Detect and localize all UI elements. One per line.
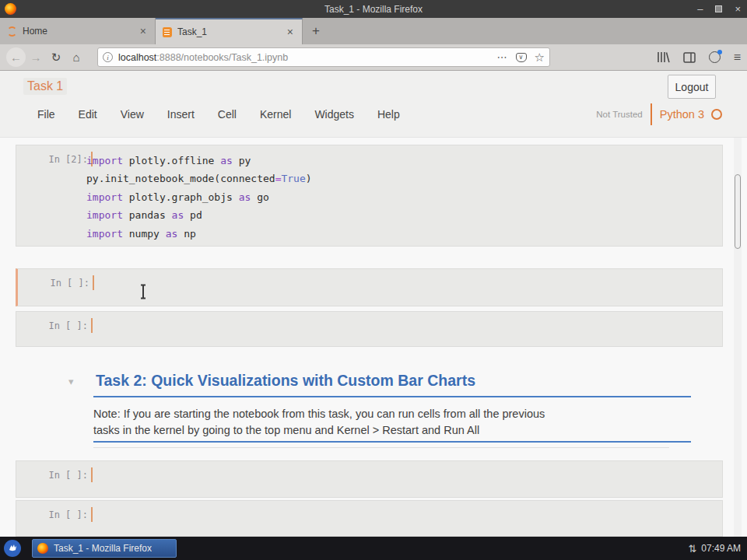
url-text[interactable]: localhost:8888/notebooks/Task_1.ipynb (118, 52, 497, 63)
minimize-icon[interactable]: – (697, 4, 703, 14)
menu-item-help[interactable]: Help (377, 108, 400, 121)
note-line: tasks in the kernel by going to the top … (93, 422, 545, 439)
clock[interactable]: 07:49 AM (701, 543, 741, 554)
input-caret (91, 507, 93, 522)
url-host: localhost (118, 52, 156, 63)
tab-close-icon[interactable]: × (286, 26, 295, 38)
menu-item-cell[interactable]: Cell (218, 108, 237, 121)
new-tab-button[interactable]: + (303, 18, 329, 44)
browser-tab-bar: Home × Task_1 × + (0, 18, 747, 44)
code-line: import pandas as pd (86, 206, 716, 224)
tab-task1[interactable]: Task_1 × (156, 18, 303, 44)
jupyter-header: Task 1 Logout FileEditViewInsertCellKern… (0, 71, 747, 138)
trust-status: Not Trusted (596, 110, 642, 119)
text-cursor-pointer (139, 284, 148, 299)
menu-item-view[interactable]: View (121, 108, 144, 121)
reload-icon[interactable]: ↻ (46, 47, 66, 68)
url-path: :8888/notebooks/Task_1.ipynb (156, 52, 288, 63)
empty-code-cell[interactable]: In [ ]: (16, 460, 723, 498)
url-bar[interactable]: i localhost:8888/notebooks/Task_1.ipynb … (97, 47, 550, 67)
tab-close-icon[interactable]: × (139, 25, 148, 37)
code-cell-imports[interactable]: In [2]: import plotly.offline as pypy.in… (16, 145, 723, 247)
cell-prompt: In [2]: (16, 154, 88, 165)
taskbar-window-button[interactable]: Task_1 - Mozilla Firefox (32, 539, 177, 558)
menu-item-edit[interactable]: Edit (79, 108, 97, 121)
pocket-icon[interactable]: ∨ (516, 53, 527, 62)
menu-item-widgets[interactable]: Widgets (314, 108, 354, 121)
input-caret (93, 275, 94, 290)
bookmark-star-icon[interactable]: ☆ (535, 51, 545, 65)
scrollbar-thumb[interactable] (735, 174, 741, 249)
desktop-taskbar: Task_1 - Mozilla Firefox ⇅ 07:49 AM (0, 537, 747, 560)
tab-label: Task_1 (177, 26, 286, 37)
notebook-file-icon (163, 27, 172, 37)
kernel-idle-icon (711, 109, 722, 120)
logout-button[interactable]: Logout (668, 75, 716, 99)
note-line: Note: If you are starting the notebook f… (93, 406, 545, 422)
code-line: import plotly.offline as py (86, 152, 716, 170)
cell-prompt: In [ ]: (16, 320, 88, 331)
rule-shadow (93, 447, 669, 448)
notebook-title[interactable]: Task 1 (23, 78, 67, 95)
kernel-name: Python 3 (660, 108, 704, 121)
maximize-icon[interactable] (715, 5, 722, 12)
menu-item-kernel[interactable]: Kernel (260, 108, 291, 121)
cell-prompt: In [ ]: (16, 509, 88, 520)
menu-item-file[interactable]: File (37, 108, 55, 121)
taskbar-window-label: Task_1 - Mozilla Firefox (54, 543, 152, 554)
markdown-heading: Task 2: Quick Visualizations with Custom… (96, 372, 475, 390)
applications-menu-icon[interactable] (4, 540, 21, 557)
close-icon[interactable]: × (735, 4, 741, 14)
section-rule (93, 441, 691, 443)
library-icon[interactable] (657, 51, 670, 63)
code-line: py.init_notebook_mode(connected=True) (86, 170, 716, 187)
window-titlebar: Task_1 - Mozilla Firefox – × (0, 0, 747, 18)
code-line: import plotly.graph_objs as go (86, 188, 716, 206)
input-caret (91, 318, 93, 333)
jupyter-menu-bar: FileEditViewInsertCellKernelWidgetsHelp (37, 108, 400, 121)
notebook-content: In [2]: import plotly.offline as pypy.in… (0, 138, 747, 537)
home-icon[interactable]: ⌂ (66, 47, 86, 68)
code-line: import numpy as np (86, 225, 716, 243)
tab-home[interactable]: Home × (0, 18, 156, 44)
firefox-icon (37, 543, 48, 554)
empty-code-cell[interactable]: In [ ]: (16, 500, 723, 537)
site-info-icon[interactable]: i (103, 52, 113, 62)
forward-icon[interactable]: → (26, 47, 46, 68)
network-traffic-icon[interactable]: ⇅ (688, 543, 696, 555)
back-icon[interactable]: ← (6, 47, 26, 67)
screen: Task_1 - Mozilla Firefox – × Home × Task… (0, 0, 747, 560)
sidebar-icon[interactable] (683, 52, 696, 63)
account-icon[interactable] (709, 51, 721, 63)
heading-collapse-icon[interactable]: ▾ (68, 376, 74, 387)
browser-nav-bar: ← → ↻ ⌂ i localhost:8888/notebooks/Task_… (0, 44, 747, 71)
heading-rule (93, 396, 691, 397)
cell-prompt: In [ ]: (16, 470, 88, 481)
menu-item-insert[interactable]: Insert (167, 108, 195, 121)
page-actions-icon[interactable]: ⋯ (497, 51, 508, 63)
code-lines[interactable]: import plotly.offline as pypy.init_noteb… (86, 152, 716, 243)
input-caret (91, 467, 93, 482)
markdown-note: Note: If you are starting the notebook f… (93, 406, 545, 439)
jupyter-logo-icon (7, 26, 17, 37)
tab-label: Home (23, 26, 139, 37)
window-title: Task_1 - Mozilla Firefox (0, 4, 747, 15)
cell-prompt: In [ ]: (18, 278, 89, 289)
empty-code-cell[interactable]: In [ ]: (16, 311, 723, 347)
empty-code-cell-selected[interactable]: In [ ]: (16, 268, 723, 306)
kernel-divider (651, 103, 652, 125)
hamburger-menu-icon[interactable]: ≡ (734, 51, 741, 65)
